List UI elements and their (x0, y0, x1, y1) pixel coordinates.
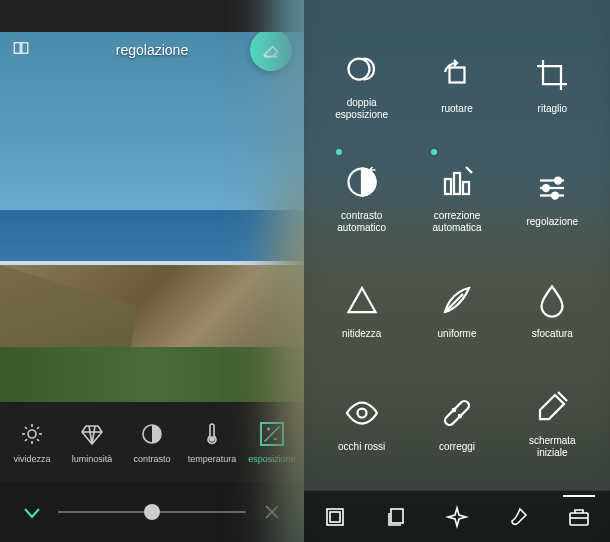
svg-rect-37 (443, 399, 471, 427)
svg-point-3 (28, 430, 36, 438)
grid-correzione-automatica[interactable]: correzioneautomatica (409, 143, 504, 256)
active-dot-icon (336, 149, 342, 155)
intensity-slider[interactable] (58, 511, 246, 513)
svg-rect-1 (22, 43, 28, 54)
nav-frame[interactable] (321, 503, 349, 531)
nav-brush[interactable] (504, 503, 532, 531)
frame-icon (323, 505, 347, 529)
nav-toolbox[interactable] (565, 503, 593, 531)
double-exposure-icon (344, 51, 380, 87)
tools-panel: doppiaesposizione ruotare ritaglio contr… (304, 0, 610, 542)
bandaid-icon (439, 395, 475, 431)
editor-panel: regolazione vividezza luminosità contras… (0, 0, 304, 542)
svg-line-10 (25, 439, 27, 441)
grid-sfocatura[interactable]: sfocatura (505, 255, 600, 368)
rotate-icon (439, 57, 475, 93)
layers-icon (384, 505, 408, 529)
splash-icon (534, 389, 570, 425)
tool-luminosita[interactable]: luminosità (62, 416, 122, 468)
svg-rect-26 (445, 179, 451, 194)
grid-regolazione[interactable]: regolazione (505, 143, 600, 256)
svg-line-11 (37, 427, 39, 429)
sun-icon (20, 422, 44, 446)
tool-grid: doppiaesposizione ruotare ritaglio contr… (304, 0, 610, 490)
tool-label: temperatura (188, 454, 237, 464)
adjustment-tool-strip: vividezza luminosità contrasto temperatu… (0, 402, 304, 482)
nav-effects[interactable] (443, 503, 471, 531)
chevron-down-icon (20, 500, 44, 524)
grid-ritaglio[interactable]: ritaglio (505, 30, 600, 143)
grid-nitidezza[interactable]: nitidezza (314, 255, 409, 368)
svg-point-16 (210, 437, 214, 441)
half-circle-icon (140, 422, 164, 446)
svg-point-23 (348, 59, 369, 80)
diamond-icon (80, 422, 104, 446)
svg-point-38 (453, 409, 455, 411)
sparkle-icon (445, 505, 469, 529)
grid-uniforme[interactable]: uniforme (409, 255, 504, 368)
tool-temperatura[interactable]: temperatura (182, 416, 242, 468)
bottom-nav (304, 490, 610, 542)
crop-icon (534, 57, 570, 93)
grid-doppia-esposizione[interactable]: doppiaesposizione (314, 30, 409, 143)
grid-label2: iniziale (537, 447, 568, 458)
grid-label2: automatico (337, 222, 386, 233)
grid-label: nitidezza (342, 328, 381, 339)
grid-label: ruotare (441, 103, 473, 114)
svg-line-8 (25, 427, 27, 429)
compare-icon[interactable] (12, 39, 30, 61)
feather-icon (439, 282, 475, 318)
svg-point-34 (552, 192, 558, 198)
thermometer-icon (200, 422, 224, 446)
photo-canvas[interactable]: regolazione (0, 32, 304, 402)
tool-vividezza[interactable]: vividezza (2, 416, 62, 468)
grid-schermata-iniziale[interactable]: schermatainiziale (505, 368, 600, 481)
grid-label: occhi rossi (338, 441, 385, 452)
svg-line-9 (37, 439, 39, 441)
toolbox-icon (567, 505, 591, 529)
grid-label: ritaglio (538, 103, 567, 114)
slider-row (0, 482, 304, 542)
nav-layers[interactable] (382, 503, 410, 531)
contrast-auto-icon (344, 164, 380, 200)
grid-label2: automatica (433, 222, 482, 233)
grid-occhi-rossi[interactable]: occhi rossi (314, 368, 409, 481)
grid-label: contrasto (341, 210, 382, 221)
editor-title: regolazione (116, 42, 188, 58)
svg-point-39 (459, 415, 461, 417)
svg-rect-42 (391, 509, 403, 523)
grid-label2: esposizione (335, 109, 388, 120)
svg-point-33 (543, 185, 549, 191)
svg-rect-28 (463, 182, 469, 194)
tool-label: vividezza (13, 454, 50, 464)
grid-label: sfocatura (532, 328, 573, 339)
svg-rect-24 (449, 68, 464, 83)
sliders-icon (534, 170, 570, 206)
confirm-button[interactable] (18, 498, 46, 526)
grid-label: doppia (347, 97, 377, 108)
svg-rect-27 (454, 173, 460, 194)
eye-icon (344, 395, 380, 431)
brush-icon (506, 505, 530, 529)
app-root: regolazione vividezza luminosità contras… (0, 0, 610, 542)
slider-thumb[interactable] (144, 504, 160, 520)
grid-contrasto-automatico[interactable]: contrastoautomatico (314, 143, 409, 256)
grid-ruotare[interactable]: ruotare (409, 30, 504, 143)
svg-rect-41 (330, 512, 340, 522)
active-dot-icon (431, 149, 437, 155)
svg-rect-43 (570, 513, 588, 525)
grid-label: correzione (434, 210, 481, 221)
grid-correggi[interactable]: correggi (409, 368, 504, 481)
grid-label: uniforme (438, 328, 477, 339)
drop-icon (534, 282, 570, 318)
grid-label: schermata (529, 435, 576, 446)
tool-contrasto[interactable]: contrasto (122, 416, 182, 468)
svg-point-36 (357, 408, 366, 417)
correction-auto-icon (439, 164, 475, 200)
photo-image (0, 32, 304, 402)
status-bar (0, 0, 304, 32)
tool-label: luminosità (72, 454, 113, 464)
grid-label: regolazione (526, 216, 578, 227)
grid-label: correggi (439, 441, 475, 452)
svg-point-32 (555, 177, 561, 183)
